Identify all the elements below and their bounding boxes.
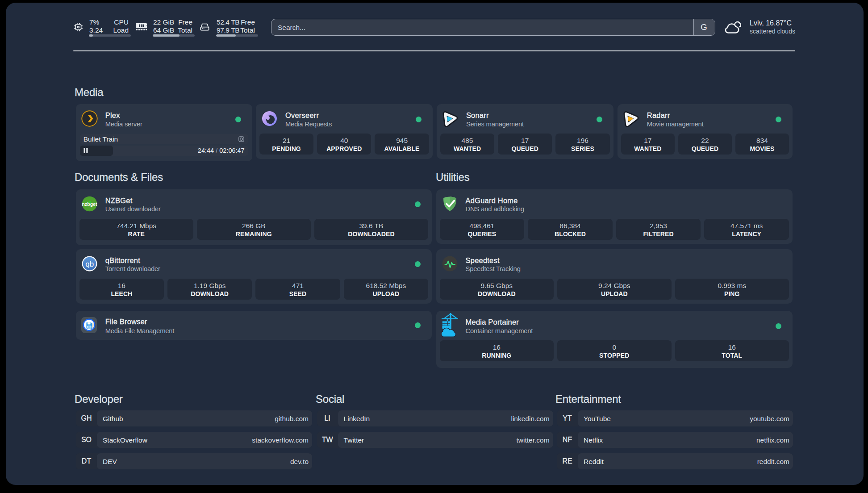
svg-text:qb: qb xyxy=(85,259,94,268)
svg-text:nzbget: nzbget xyxy=(82,201,97,206)
